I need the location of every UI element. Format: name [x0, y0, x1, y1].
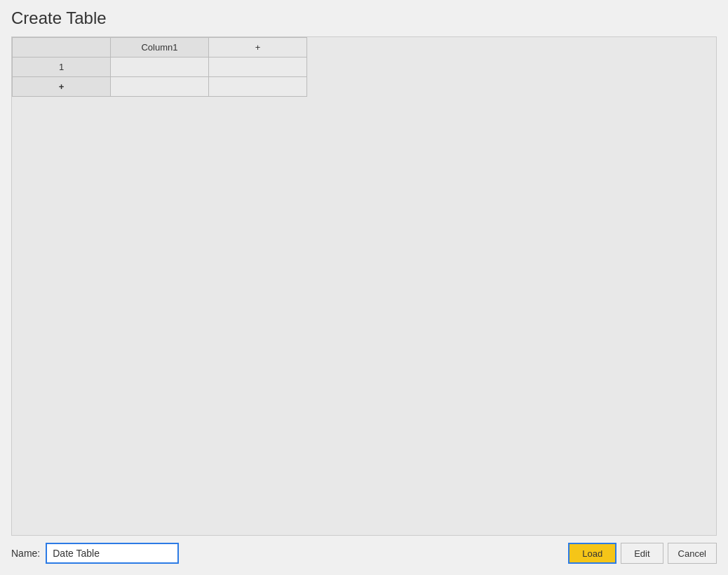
bottom-bar: Name: Load Edit Cancel	[11, 543, 717, 564]
table-row: 1	[13, 58, 307, 77]
add-row-row: +	[13, 77, 307, 97]
data-cell-1-1[interactable]	[111, 58, 209, 77]
name-input[interactable]	[46, 543, 179, 564]
page-container: Create Table Column1 + 1 +	[0, 0, 728, 575]
add-column-button[interactable]: +	[209, 38, 307, 58]
add-row-data-cell	[111, 77, 209, 97]
action-buttons: Load Edit Cancel	[568, 543, 717, 564]
load-button[interactable]: Load	[568, 543, 616, 564]
cancel-button[interactable]: Cancel	[668, 543, 717, 564]
page-title: Create Table	[11, 8, 717, 28]
column1-header[interactable]: Column1	[111, 38, 209, 58]
name-label: Name:	[11, 548, 40, 559]
edit-button[interactable]: Edit	[621, 543, 663, 564]
data-cell-1-extra	[209, 58, 307, 77]
name-section: Name:	[11, 543, 179, 564]
data-table: Column1 + 1 +	[12, 37, 307, 97]
row-number-1: 1	[13, 58, 111, 77]
add-row-button[interactable]: +	[13, 77, 111, 97]
table-area: Column1 + 1 +	[11, 36, 717, 536]
row-number-header	[13, 38, 111, 58]
add-row-extra-cell	[209, 77, 307, 97]
